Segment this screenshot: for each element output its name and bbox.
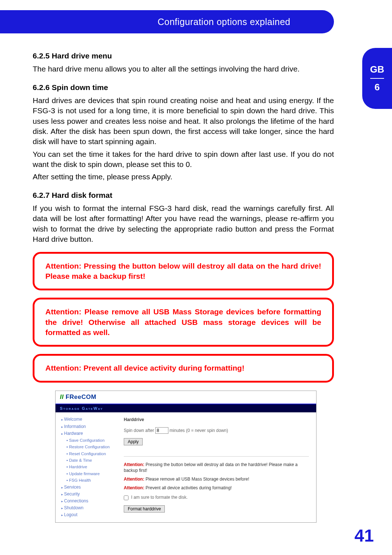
tab-divider [370, 78, 384, 79]
para-6-2-6-b: You can set the time it takes for the ha… [33, 149, 334, 170]
nav-welcome[interactable]: Welcome [61, 416, 114, 423]
ss-nav: Welcome Information Hardware Save Config… [56, 412, 117, 522]
nav-update-fw[interactable]: Update firmware [66, 470, 114, 477]
page-number: 41 [355, 526, 374, 546]
ss-att-3: Attention: Prevent all device activities… [124, 485, 309, 491]
ss-title: Harddrive [124, 417, 309, 423]
apply-button[interactable]: Apply [124, 438, 143, 445]
heading-6-2-6: 6.2.6 Spin down time [33, 82, 334, 93]
nav-services[interactable]: Services [61, 484, 114, 491]
ss-att-2: Attention: Please remove all USB Mass St… [124, 476, 309, 482]
nav-save-config[interactable]: Save Configuration [66, 437, 114, 444]
nav-fsg-health[interactable]: FSG Health [66, 477, 114, 483]
warning-1: Attention: Pressing the button below wil… [33, 252, 334, 291]
ss-att-1: Attention: Pressing the button below wil… [124, 462, 309, 473]
freecom-logo: II FReeCOM [60, 393, 96, 400]
warning-2: Attention: Please remove all USB Mass St… [33, 298, 334, 347]
ss-subhead: Storage GateWay [56, 404, 316, 413]
para-6-2-5: The hard drive menu allows you to alter … [33, 64, 334, 74]
nav-shutdown[interactable]: Shutdown [61, 505, 114, 511]
ss-main: Harddrive Spin down after minutes (0 = n… [117, 412, 316, 522]
ss-header: II FReeCOM [56, 391, 316, 404]
nav-restore-config[interactable]: Restore Configuration [66, 444, 114, 450]
nav-information[interactable]: Information [61, 423, 114, 430]
format-harddrive-button[interactable]: Format harddrive [124, 505, 165, 513]
confirm-label: I am sure to formate the disk. [131, 495, 187, 500]
tab-lang: GB [370, 64, 384, 75]
para-6-2-6-c: After setting the time, please press App… [33, 172, 334, 182]
spin-down-input[interactable] [155, 427, 168, 434]
nav-date-time[interactable]: Date & Time [66, 457, 114, 464]
nav-harddrive[interactable]: Harddrive [66, 464, 114, 470]
nav-hardware[interactable]: Hardware [61, 430, 114, 437]
confirm-checkbox[interactable] [124, 495, 128, 500]
heading-6-2-7: 6.2.7 Hard disk format [33, 190, 334, 200]
ss-body: Welcome Information Hardware Save Config… [56, 412, 316, 522]
spin-label-pre: Spin down after [124, 428, 154, 433]
para-6-2-7: If you wish to format the internal FSG-3… [33, 203, 334, 244]
nav-logout[interactable]: Logout [61, 511, 114, 518]
confirm-row: I am sure to formate the disk. [124, 494, 309, 500]
heading-6-2-5: 6.2.5 Hard drive menu [33, 51, 334, 61]
spin-label-post: minutes (0 = never spin down) [170, 428, 228, 433]
nav-connections[interactable]: Connections [61, 498, 114, 505]
nav-security[interactable]: Security [61, 491, 114, 498]
page-header: Configuration options explained [0, 10, 334, 33]
header-title: Configuration options explained [158, 17, 290, 27]
nav-reset-config[interactable]: Reset Configuration [66, 450, 114, 457]
para-6-2-6-a: Hard drives are devices that spin round … [33, 95, 334, 147]
ss-divider [124, 456, 309, 457]
tab-chapter: 6 [375, 82, 380, 93]
warning-3: Attention: Prevent all device activity d… [33, 354, 334, 382]
chapter-tab: GB 6 [362, 48, 392, 109]
embedded-screenshot: II FReeCOM Storage GateWay Welcome Infor… [55, 391, 317, 523]
spin-down-row: Spin down after minutes (0 = never spin … [124, 427, 309, 434]
content-body: 6.2.5 Hard drive menu The hard drive men… [33, 43, 334, 523]
